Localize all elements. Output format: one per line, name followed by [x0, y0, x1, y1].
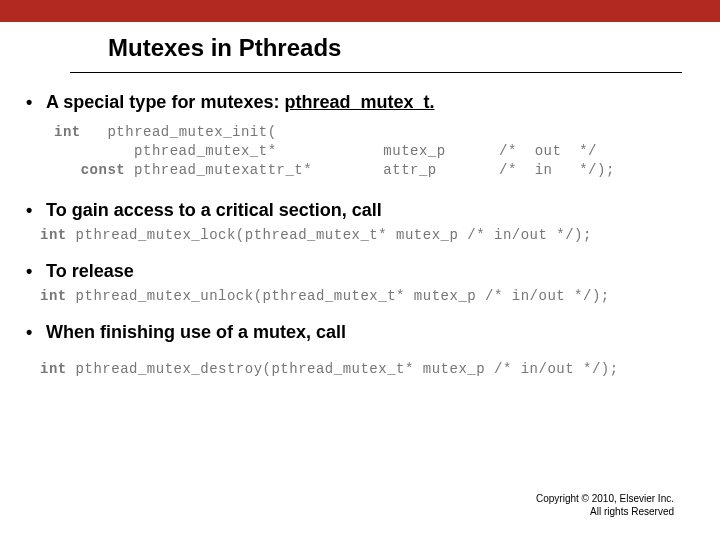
code-destroy-rest: pthread_mutex_destroy(pthread_mutex_t* m… [67, 361, 619, 377]
footer-line-2: All rights Reserved [536, 506, 674, 519]
bullet-3: • To release [26, 261, 694, 282]
bullet-3-text: To release [46, 261, 694, 282]
bullet-1-text: A special type for mutexes: pthread_mute… [46, 92, 694, 113]
footer: Copyright © 2010, Elsevier Inc. All righ… [536, 493, 674, 518]
bullet-4-text: When finishing use of a mutex, call [46, 322, 694, 343]
bullet-dot: • [26, 200, 46, 221]
code-unlock: int pthread_mutex_unlock(pthread_mutex_t… [40, 288, 694, 304]
top-accent-bar [0, 0, 720, 22]
bullet-1-typename: pthread_mutex_t. [284, 92, 434, 112]
slide-title: Mutexes in Pthreads [108, 34, 341, 62]
code-init-l3-kw: const [54, 162, 125, 178]
slide: Mutexes in Pthreads • A special type for… [0, 0, 720, 540]
code-unlock-kw: int [40, 288, 67, 304]
code-lock-kw: int [40, 227, 67, 243]
bullet-dot: • [26, 261, 46, 282]
code-init-l1: pthread_mutex_init( [81, 124, 277, 140]
code-init: int pthread_mutex_init( pthread_mutex_t*… [54, 123, 694, 180]
code-lock: int pthread_mutex_lock(pthread_mutex_t* … [40, 227, 694, 243]
code-destroy: int pthread_mutex_destroy(pthread_mutex_… [40, 361, 694, 377]
bullet-1-pre: A special type for mutexes: [46, 92, 284, 112]
bullet-2: • To gain access to a critical section, … [26, 200, 694, 221]
code-lock-rest: pthread_mutex_lock(pthread_mutex_t* mute… [67, 227, 592, 243]
code-destroy-kw: int [40, 361, 67, 377]
title-underline [70, 72, 682, 73]
bullet-dot: • [26, 322, 46, 343]
bullet-1: • A special type for mutexes: pthread_mu… [26, 92, 694, 113]
bullet-2-text: To gain access to a critical section, ca… [46, 200, 694, 221]
bullet-4: • When finishing use of a mutex, call [26, 322, 694, 343]
code-init-kw: int [54, 124, 81, 140]
code-init-l3: pthread_mutexattr_t* attr_p /* in */); [125, 162, 615, 178]
code-init-l2: pthread_mutex_t* mutex_p /* out */ [54, 143, 597, 159]
footer-line-1: Copyright © 2010, Elsevier Inc. [536, 493, 674, 506]
bullet-dot: • [26, 92, 46, 113]
slide-content: • A special type for mutexes: pthread_mu… [26, 84, 694, 395]
code-unlock-rest: pthread_mutex_unlock(pthread_mutex_t* mu… [67, 288, 610, 304]
